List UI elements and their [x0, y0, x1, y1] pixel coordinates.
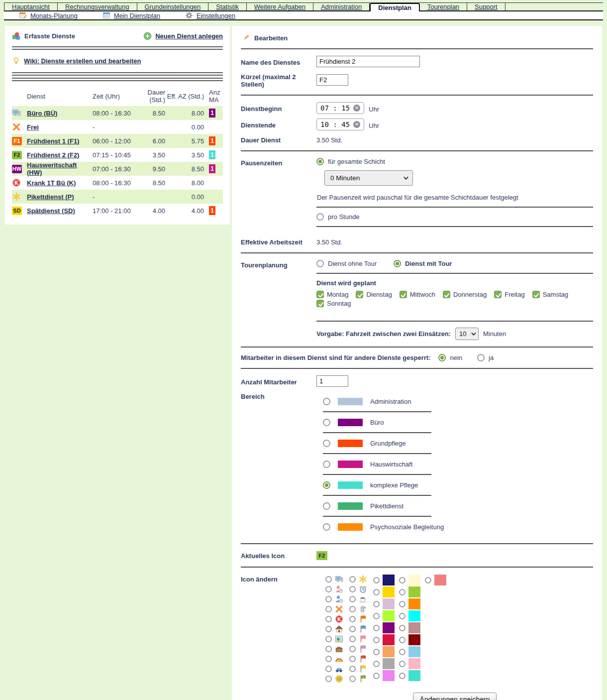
color-option-dc143c[interactable]: [373, 634, 399, 646]
icon-option-flag-blue-icon[interactable]: [349, 624, 373, 634]
color-option-9acd32[interactable]: [399, 586, 425, 598]
tab-grundeinstellungen[interactable]: Grundeinstellungen: [137, 3, 209, 10]
uhr-suffix: Uhr: [369, 104, 379, 113]
begin-time-input[interactable]: 07 : 15 ✕: [316, 102, 364, 114]
color-option-f4a460[interactable]: [373, 646, 399, 658]
pause-minutes-select[interactable]: 0 Minuten: [324, 170, 413, 186]
tab-hauptansicht[interactable]: Hauptansicht: [4, 3, 58, 10]
color-option-8b0000[interactable]: [399, 634, 425, 646]
bereich-option-b-ro[interactable]: Büro: [323, 416, 593, 429]
bereich-option-komplexe-pflege[interactable]: komplexe Pflege: [323, 478, 593, 491]
day-checkbox-samstag[interactable]: Samstag: [532, 291, 568, 298]
icon-option-smiley-icon[interactable]: [325, 674, 349, 684]
icon-option-house-icon[interactable]: [325, 624, 349, 634]
service-link-krank-1t-b-k[interactable]: Krank 1T Bü (K): [27, 179, 76, 187]
color-swatch: [338, 523, 363, 531]
tour-ohne-radio[interactable]: Dienst ohne Tour: [316, 260, 377, 267]
fahrzeit-select[interactable]: 10: [455, 328, 479, 340]
icon-option-alarm-clock-icon[interactable]: [349, 584, 373, 594]
tab-support[interactable]: Support: [467, 3, 506, 10]
new-service-link[interactable]: Neuen Dienst anlegen: [143, 32, 223, 40]
service-link-fr-hdienst-2-f2[interactable]: Frühdienst 2 (F2): [27, 151, 79, 159]
clear-time-icon[interactable]: ✕: [353, 105, 360, 112]
icon-option-k-circle-icon[interactable]: K: [325, 614, 349, 624]
color-option-40e0d0[interactable]: [399, 670, 425, 682]
bereich-option-hauswirtschaft[interactable]: Hauswirtschaft: [323, 458, 593, 470]
tab-statistik[interactable]: Statistik: [208, 3, 247, 10]
color-option-ffb6c1[interactable]: [399, 658, 425, 670]
bereich-option-grundpflege[interactable]: Grundpflege: [323, 437, 593, 450]
color-option-00ffff[interactable]: [399, 610, 425, 622]
day-checkbox-freitag[interactable]: Freitag: [494, 291, 524, 298]
service-link-fr-hdienst-1-f1[interactable]: Frühdienst 1 (F1): [27, 137, 79, 145]
tab-weitere-aufgaben[interactable]: Weitere Aufgaben: [247, 3, 313, 10]
service-link-hausweritschaft-hw[interactable]: Hausweritschaft (HW): [27, 161, 77, 176]
color-option-d8bfd8[interactable]: [373, 598, 399, 610]
tour-mit-radio[interactable]: Dienst mit Tour: [394, 260, 452, 267]
icon-option-flag-yellow-icon[interactable]: [349, 664, 373, 674]
pause-schicht-radio[interactable]: für gesamte Schicht: [316, 158, 593, 165]
icon-option-cross-icon[interactable]: [325, 604, 349, 614]
icon-option-picture-icon[interactable]: [325, 634, 349, 644]
bereich-option-administration[interactable]: Administration: [323, 395, 593, 408]
color-option-ee82ee[interactable]: [373, 670, 399, 682]
day-checkbox-mittwoch[interactable]: Mittwoch: [400, 291, 435, 298]
color-option-800080[interactable]: [373, 622, 399, 634]
icon-option-flag-violet-icon[interactable]: [349, 644, 373, 654]
divider: [323, 495, 431, 496]
wiki-link[interactable]: Wiki: Dienste erstellen und bearbeiten: [12, 57, 141, 65]
service-eff-az: 8.50: [165, 165, 204, 173]
bereich-option-psychosoziale-begleitung[interactable]: Psychosoziale Begleitung: [323, 520, 593, 533]
color-option-87ceeb[interactable]: [399, 646, 425, 658]
pause-stunde-radio[interactable]: pro Stunde: [316, 213, 593, 221]
gesperrt-ja-radio[interactable]: ja: [477, 354, 494, 361]
color-option-ff8c00[interactable]: [399, 598, 425, 610]
icon-option-person-pink-icon[interactable]: [325, 584, 349, 594]
icon-option-flag-red-icon[interactable]: [349, 654, 373, 664]
service-link-sp-tdienst-sd[interactable]: Spätdienst (SD): [27, 207, 75, 215]
subnav-einstellungen[interactable]: Einstellungen: [185, 11, 235, 19]
icon-option-person-blue-icon[interactable]: [325, 594, 349, 604]
icon-option-flag-pink-icon[interactable]: [349, 634, 373, 644]
color-option-191970[interactable]: [373, 574, 399, 586]
color-option-ffd700[interactable]: [373, 586, 399, 598]
icon-option-chest-icon[interactable]: [325, 644, 349, 654]
save-button[interactable]: Änderungen speichern: [413, 693, 497, 700]
asterisk-icon: [12, 192, 21, 201]
subnav-mein-dienstplan[interactable]: Mein Dienstplan: [102, 11, 160, 19]
icon-option-flag-green-icon[interactable]: [349, 674, 373, 684]
day-checkbox-montag[interactable]: Montag: [316, 291, 348, 298]
icon-option-rainbow-icon[interactable]: [325, 654, 349, 664]
day-checkbox-sonntag[interactable]: Sonntag: [316, 300, 351, 307]
name-input[interactable]: [316, 56, 420, 67]
icon-option-computer-icon[interactable]: [325, 574, 349, 584]
icon-option-flag-orange-icon[interactable]: [349, 614, 373, 624]
tab-dienstplan[interactable]: Dienstplan: [370, 3, 419, 11]
service-link-pikettdienst-p[interactable]: Pikettdienst (P): [27, 193, 74, 201]
color-option-bc8f8f[interactable]: [399, 622, 425, 634]
day-checkbox-donnerstag[interactable]: Donnerstag: [443, 291, 487, 298]
tab-rechnungsverwaltung[interactable]: Rechnungsverwaltung: [58, 3, 137, 10]
clear-time-icon[interactable]: ✕: [353, 121, 360, 128]
gesperrt-nein-radio[interactable]: nein: [438, 354, 462, 361]
end-time-input[interactable]: 10 : 45 ✕: [316, 118, 364, 130]
icon-option-car-icon[interactable]: [325, 664, 349, 674]
icon-option-phone-icon[interactable]: [349, 604, 373, 614]
kuerzel-input[interactable]: [316, 74, 348, 86]
tab-administration[interactable]: Administration: [313, 3, 370, 10]
color-option-fffacd[interactable]: [399, 574, 425, 586]
color-option-a9a9a9[interactable]: [373, 658, 399, 670]
bereich-option-pikettdienst[interactable]: Pikettdienst: [323, 499, 593, 512]
anzahl-input[interactable]: [316, 375, 348, 387]
icon-option-asterisk-icon[interactable]: [349, 574, 373, 584]
day-checkbox-dienstag[interactable]: Dienstag: [356, 291, 392, 298]
radio-icon: [373, 661, 380, 667]
service-badge-icon: F2: [12, 151, 22, 159]
tab-tourenplan[interactable]: Tourenplan: [420, 3, 467, 10]
icon-option-coffee-icon[interactable]: [349, 594, 373, 604]
subnav-monats-planung[interactable]: Monats-Planung: [19, 11, 78, 19]
service-link-frei[interactable]: Frei: [27, 123, 39, 131]
service-link-b-ro-b[interactable]: Büro (BÜ): [27, 110, 57, 117]
color-option-f08080[interactable]: [425, 574, 451, 586]
color-option-adff2f[interactable]: [373, 610, 399, 622]
